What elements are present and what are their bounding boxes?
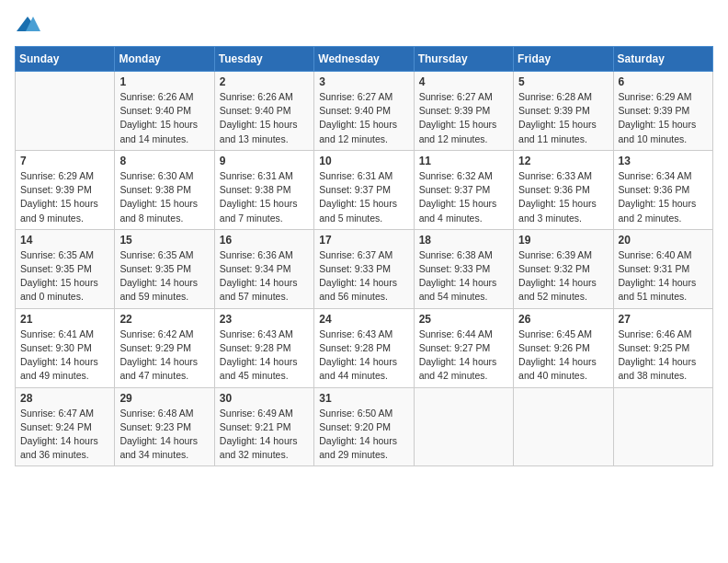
cell-info: Sunrise: 6:32 AMSunset: 9:37 PMDaylight:… — [419, 169, 508, 225]
cell-line: Daylight: 15 hours — [119, 118, 209, 132]
day-number: 29 — [119, 392, 209, 405]
calendar-cell: 14Sunrise: 6:35 AMSunset: 9:35 PMDayligh… — [16, 229, 115, 308]
cell-line: Sunrise: 6:47 AM — [20, 407, 109, 420]
cell-info: Sunrise: 6:43 AMSunset: 9:28 PMDaylight:… — [220, 327, 309, 384]
calendar-cell: 27Sunrise: 6:46 AMSunset: 9:25 PMDayligh… — [613, 308, 712, 387]
cell-line: Sunrise: 6:39 AM — [518, 248, 608, 262]
cell-line: Daylight: 14 hours — [20, 355, 109, 369]
cell-line: and 5 minutes. — [319, 212, 408, 225]
cell-line: Sunrise: 6:44 AM — [419, 327, 508, 341]
day-number: 9 — [220, 155, 309, 167]
cell-info: Sunrise: 6:31 AMSunset: 9:37 PMDaylight:… — [319, 169, 408, 225]
cell-line: Sunset: 9:29 PM — [119, 341, 209, 355]
calendar-cell: 3Sunrise: 6:27 AMSunset: 9:40 PMDaylight… — [314, 72, 414, 151]
cell-line: Daylight: 14 hours — [319, 276, 408, 290]
day-number: 5 — [518, 75, 608, 88]
cell-line: Sunrise: 6:46 AM — [619, 327, 708, 341]
cell-line: Sunrise: 6:40 AM — [619, 248, 708, 262]
cell-info: Sunrise: 6:35 AMSunset: 9:35 PMDaylight:… — [20, 248, 109, 304]
day-number: 20 — [619, 234, 708, 247]
day-number: 18 — [419, 234, 508, 247]
cell-line: Sunset: 9:33 PM — [419, 262, 508, 276]
cell-line: Daylight: 14 hours — [619, 276, 708, 290]
cell-line: and 59 minutes. — [119, 290, 209, 304]
cell-info: Sunrise: 6:48 AMSunset: 9:23 PMDaylight:… — [119, 407, 209, 463]
cell-line: Daylight: 15 hours — [319, 197, 408, 211]
day-number: 28 — [20, 392, 109, 405]
week-row-5: 28Sunrise: 6:47 AMSunset: 9:24 PMDayligh… — [16, 387, 713, 466]
cell-line: Daylight: 14 hours — [518, 276, 608, 290]
calendar-cell: 30Sunrise: 6:49 AMSunset: 9:21 PMDayligh… — [214, 387, 313, 466]
day-number: 22 — [119, 313, 209, 326]
cell-line: Daylight: 15 hours — [419, 197, 508, 211]
calendar-cell: 1Sunrise: 6:26 AMSunset: 9:40 PMDaylight… — [115, 72, 214, 151]
cell-line: Sunrise: 6:43 AM — [220, 327, 309, 341]
cell-info: Sunrise: 6:46 AMSunset: 9:25 PMDaylight:… — [619, 327, 708, 384]
week-row-3: 14Sunrise: 6:35 AMSunset: 9:35 PMDayligh… — [16, 229, 713, 308]
cell-info: Sunrise: 6:36 AMSunset: 9:34 PMDaylight:… — [220, 248, 309, 304]
cell-line: Sunset: 9:37 PM — [419, 183, 508, 197]
cell-line: and 0 minutes. — [20, 290, 109, 304]
day-number: 6 — [619, 75, 708, 88]
cell-line: Sunset: 9:27 PM — [419, 341, 508, 355]
day-number: 8 — [119, 155, 209, 167]
cell-line: Daylight: 15 hours — [419, 118, 508, 132]
calendar-cell: 5Sunrise: 6:28 AMSunset: 9:39 PMDaylight… — [514, 72, 613, 151]
calendar-cell: 13Sunrise: 6:34 AMSunset: 9:36 PMDayligh… — [613, 150, 712, 229]
week-row-2: 7Sunrise: 6:29 AMSunset: 9:39 PMDaylight… — [16, 150, 713, 229]
cell-line: and 44 minutes. — [319, 369, 408, 383]
cell-line: and 13 minutes. — [220, 132, 309, 146]
day-number: 27 — [619, 313, 708, 326]
day-number: 16 — [220, 234, 309, 247]
cell-line: Sunset: 9:25 PM — [619, 341, 708, 355]
cell-info: Sunrise: 6:44 AMSunset: 9:27 PMDaylight:… — [419, 327, 508, 384]
cell-line: Sunrise: 6:38 AM — [419, 248, 508, 262]
calendar-cell: 11Sunrise: 6:32 AMSunset: 9:37 PMDayligh… — [414, 150, 513, 229]
cell-line: and 40 minutes. — [518, 369, 608, 383]
day-number: 14 — [20, 234, 109, 247]
cell-line: Sunset: 9:30 PM — [20, 341, 109, 355]
calendar-cell: 18Sunrise: 6:38 AMSunset: 9:33 PMDayligh… — [414, 229, 513, 308]
calendar-cell: 4Sunrise: 6:27 AMSunset: 9:39 PMDaylight… — [414, 72, 513, 151]
day-number: 15 — [119, 234, 209, 247]
cell-line: Sunset: 9:28 PM — [220, 341, 309, 355]
cell-line: Sunset: 9:31 PM — [619, 262, 708, 276]
cell-line: Daylight: 14 hours — [119, 434, 209, 448]
calendar-cell: 19Sunrise: 6:39 AMSunset: 9:32 PMDayligh… — [514, 229, 613, 308]
cell-line: and 12 minutes. — [419, 132, 508, 146]
cell-info: Sunrise: 6:41 AMSunset: 9:30 PMDaylight:… — [20, 327, 109, 384]
cell-line: and 7 minutes. — [220, 212, 309, 225]
cell-line: Daylight: 15 hours — [20, 276, 109, 290]
calendar-cell: 8Sunrise: 6:30 AMSunset: 9:38 PMDaylight… — [115, 150, 214, 229]
cell-line: and 36 minutes. — [20, 448, 109, 462]
calendar-cell: 16Sunrise: 6:36 AMSunset: 9:34 PMDayligh… — [214, 229, 313, 308]
page-header — [15, 15, 713, 35]
cell-line: Sunrise: 6:32 AM — [419, 169, 508, 183]
cell-line: Sunset: 9:39 PM — [20, 183, 109, 197]
cell-line: Daylight: 14 hours — [220, 434, 309, 448]
cell-info: Sunrise: 6:30 AMSunset: 9:38 PMDaylight:… — [119, 169, 209, 225]
cell-line: Sunrise: 6:29 AM — [20, 169, 109, 183]
calendar-cell: 2Sunrise: 6:26 AMSunset: 9:40 PMDaylight… — [214, 72, 313, 151]
cell-line: Sunrise: 6:33 AM — [518, 169, 608, 183]
calendar-cell: 25Sunrise: 6:44 AMSunset: 9:27 PMDayligh… — [414, 308, 513, 387]
header-sunday: Sunday — [16, 47, 115, 72]
calendar-cell: 10Sunrise: 6:31 AMSunset: 9:37 PMDayligh… — [314, 150, 414, 229]
calendar-table: SundayMondayTuesdayWednesdayThursdayFrid… — [15, 46, 713, 466]
cell-info: Sunrise: 6:38 AMSunset: 9:33 PMDaylight:… — [419, 248, 508, 304]
cell-line: Sunset: 9:23 PM — [119, 420, 209, 434]
cell-line: Sunset: 9:40 PM — [119, 104, 209, 118]
cell-line: Daylight: 15 hours — [220, 197, 309, 211]
calendar-body: 1Sunrise: 6:26 AMSunset: 9:40 PMDaylight… — [16, 72, 713, 466]
cell-line: Sunrise: 6:41 AM — [20, 327, 109, 341]
day-number: 13 — [619, 155, 708, 167]
logo-icon — [15, 15, 40, 35]
cell-line: and 38 minutes. — [619, 369, 708, 383]
cell-line: and 3 minutes. — [518, 212, 608, 225]
cell-line: Daylight: 14 hours — [119, 276, 209, 290]
cell-line: and 34 minutes. — [119, 448, 209, 462]
day-number: 31 — [319, 392, 408, 405]
cell-line: Sunrise: 6:37 AM — [319, 248, 408, 262]
cell-info: Sunrise: 6:29 AMSunset: 9:39 PMDaylight:… — [20, 169, 109, 225]
calendar-cell: 9Sunrise: 6:31 AMSunset: 9:38 PMDaylight… — [214, 150, 313, 229]
